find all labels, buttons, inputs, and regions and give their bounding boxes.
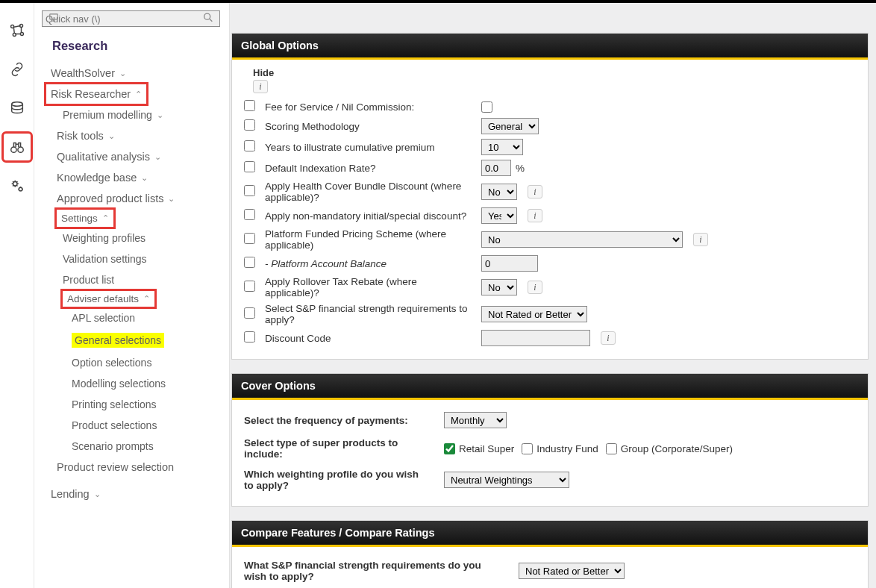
svg-point-5 — [10, 147, 16, 152]
hide-checkbox[interactable] — [244, 209, 255, 220]
sidebar: Research WealthSolver⌄ Risk Researcher⌃ … — [34, 3, 230, 588]
fee-checkbox[interactable] — [481, 101, 492, 113]
group-super-check[interactable]: Group (Corporate/Super) — [606, 443, 733, 454]
nav-knowledge-base[interactable]: Knowledge base⌄ — [46, 168, 220, 187]
weighting-select[interactable]: Neutral Weightings — [444, 472, 569, 488]
rollover-select[interactable]: No — [481, 279, 517, 295]
hide-checkbox[interactable] — [244, 140, 255, 151]
info-icon[interactable]: i — [528, 281, 542, 294]
platform-select[interactable]: No — [481, 231, 683, 248]
hide-checkbox[interactable] — [244, 331, 255, 343]
row-sp-requirements: Select S&P financial strength requiremen… — [244, 301, 856, 328]
nav-modelling-selections[interactable]: Modelling selections — [46, 374, 220, 393]
search-icon — [202, 12, 214, 26]
nav-adviser-defaults[interactable]: Adviser defaults⌃ — [63, 291, 154, 307]
hide-checkbox[interactable] — [244, 185, 255, 196]
monitor-icon — [48, 13, 60, 25]
row-platform-balance: - Platform Account Balance — [244, 253, 856, 274]
row-years-illustrate: Years to illustrate cumulative premium 1… — [244, 137, 856, 157]
frequency-select[interactable]: Monthly — [444, 412, 507, 428]
nav-scenario-prompts[interactable]: Scenario prompts — [46, 437, 220, 456]
row-compare-sp: What S&P financial strength requirements… — [244, 554, 856, 587]
balance-input[interactable] — [481, 255, 538, 272]
sp-select[interactable]: Not Rated or Better — [481, 306, 587, 322]
hide-checkbox[interactable] — [244, 281, 255, 292]
info-icon[interactable]: i — [528, 185, 542, 198]
nav-general-selections[interactable]: General selections — [46, 329, 220, 351]
quicknav-input[interactable] — [42, 10, 220, 27]
nav-product-list[interactable]: Product list — [46, 270, 220, 290]
discount-code-input[interactable] — [481, 330, 590, 346]
bundle-select[interactable]: No — [481, 184, 517, 200]
quicknav-wrapper — [42, 10, 220, 27]
indexation-input[interactable] — [481, 160, 511, 176]
retail-super-check[interactable]: Retail Super — [444, 443, 514, 454]
row-weighting-profile: Which weighting profile do you wish to a… — [244, 464, 856, 495]
row-platform-funded: Platform Funded Pricing Scheme (where ap… — [244, 226, 856, 253]
info-icon[interactable]: i — [601, 331, 616, 345]
row-scoring-methodology: Scoring Methodology General — [244, 116, 856, 137]
main-content: Global Options Hide i Fee for Service / … — [230, 3, 876, 588]
hide-checkbox[interactable] — [244, 161, 255, 172]
row-fee-for-service: Fee for Service / Nil Commission: — [244, 98, 856, 116]
nav-heading-research: Research — [52, 39, 220, 53]
rail-link-icon[interactable] — [3, 55, 31, 84]
nav-settings[interactable]: Settings⌃ — [57, 210, 113, 227]
chevron-up-icon: ⌃ — [143, 294, 150, 304]
chevron-down-icon: ⌄ — [119, 69, 126, 78]
hide-checkbox[interactable] — [244, 100, 255, 111]
row-nonmandatory-discount: Apply non-mandatory initial/special disc… — [244, 205, 856, 226]
nav-premium-modelling[interactable]: Premium modelling⌄ — [46, 105, 220, 125]
hide-checkbox[interactable] — [244, 119, 255, 131]
row-super-products: Select type of super products to include… — [244, 433, 856, 464]
nav-product-review-selection[interactable]: Product review selection — [46, 457, 220, 477]
panel-cover-options: Cover Options Select the frequency of pa… — [231, 373, 869, 507]
info-icon[interactable]: i — [253, 80, 268, 93]
rail-binoculars-icon[interactable] — [3, 133, 31, 161]
info-icon[interactable]: i — [528, 209, 542, 222]
icon-rail — [0, 3, 34, 588]
nav-apl-selection[interactable]: APL selection — [46, 308, 220, 328]
nav-lending[interactable]: Lending⌄ — [46, 484, 220, 504]
nav-printing-selections[interactable]: Printing selections — [46, 395, 220, 414]
hide-column-header: Hide — [253, 67, 856, 78]
info-icon[interactable]: i — [693, 233, 708, 246]
nav-option-selections[interactable]: Option selections — [46, 353, 220, 372]
chevron-down-icon: ⌄ — [94, 490, 101, 499]
nav-qualitative[interactable]: Qualitative analysis⌄ — [46, 147, 220, 166]
rail-network-icon[interactable] — [3, 16, 31, 45]
chevron-down-icon: ⌄ — [108, 131, 115, 141]
row-health-bundle: Apply Health Cover Bundle Discount (wher… — [244, 178, 856, 205]
chevron-up-icon: ⌃ — [135, 90, 142, 99]
nav-product-selections[interactable]: Product selections — [46, 416, 220, 435]
compare-sp-select[interactable]: Not Rated or Better — [519, 563, 625, 579]
nav-weighting-profiles[interactable]: Weighting profiles — [46, 228, 220, 248]
hide-checkbox[interactable] — [244, 307, 255, 319]
svg-point-3 — [20, 33, 23, 36]
nav-apl[interactable]: Approved product lists⌄ — [46, 189, 220, 208]
panel-heading: Compare Features / Compare Ratings — [232, 521, 868, 547]
panel-compare: Compare Features / Compare Ratings What … — [231, 520, 869, 588]
panel-heading: Global Options — [232, 34, 868, 60]
years-select[interactable]: 10 — [481, 139, 523, 155]
nav-risk-tools[interactable]: Risk tools⌄ — [46, 126, 220, 146]
chevron-down-icon: ⌄ — [154, 152, 161, 162]
nonmand-select[interactable]: Yes — [481, 207, 517, 224]
hide-checkbox[interactable] — [244, 233, 255, 244]
nav-risk-researcher[interactable]: Risk Researcher⌃ — [46, 84, 146, 104]
row-frequency: Select the frequency of payments: Monthl… — [244, 407, 856, 433]
rail-gear-icon[interactable] — [3, 172, 31, 200]
svg-point-10 — [204, 13, 210, 19]
row-default-indexation: Default Indexation Rate? % — [244, 157, 856, 178]
scoring-select[interactable]: General — [481, 118, 539, 134]
panel-global-options: Global Options Hide i Fee for Service / … — [231, 33, 869, 360]
row-discount-code: Discount Code i — [244, 328, 856, 348]
svg-point-6 — [17, 147, 22, 152]
nav-validation-settings[interactable]: Validation settings — [46, 249, 220, 269]
svg-point-4 — [11, 102, 22, 107]
nav-wealthsolver[interactable]: WealthSolver⌄ — [46, 63, 220, 83]
chevron-down-icon: ⌄ — [157, 110, 163, 120]
rail-stack-icon[interactable] — [3, 94, 31, 122]
hide-checkbox[interactable] — [244, 257, 255, 268]
industry-fund-check[interactable]: Industry Fund — [522, 443, 598, 454]
